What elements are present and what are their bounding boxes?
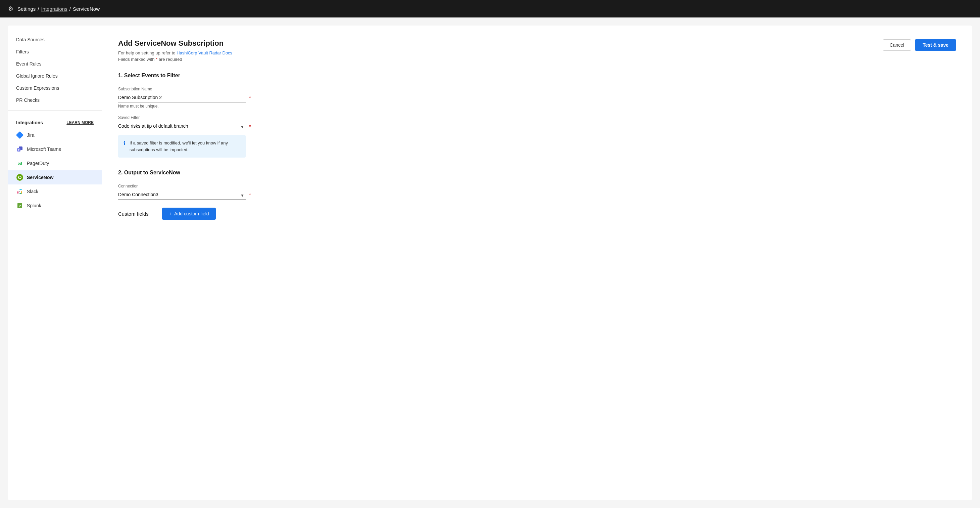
subscription-name-label: Subscription Name — [118, 87, 246, 91]
msteams-icon: T — [16, 145, 24, 153]
sidebar-item-splunk[interactable]: > Splunk — [8, 198, 102, 212]
saved-filter-label: Saved Filter — [118, 115, 246, 120]
help-link[interactable]: HashiCorp Vault Radar Docs — [177, 50, 232, 56]
add-custom-field-label: Add custom field — [174, 211, 209, 216]
name-unique-note: Name must be unique. — [118, 104, 246, 109]
breadcrumb-current: ServiceNow — [73, 6, 100, 12]
saved-filter-group: Saved Filter Code risks at tip of defaul… — [118, 115, 246, 158]
slack-icon — [16, 188, 24, 195]
sidebar-item-global-ignore-rules[interactable]: Global Ignore Rules — [8, 70, 102, 82]
sidebar-item-pr-checks[interactable]: PR Checks — [8, 94, 102, 106]
info-box: ℹ If a saved filter is modified, we'll l… — [118, 135, 246, 158]
sidebar-item-servicenow[interactable]: ServiceNow — [8, 170, 102, 184]
main-wrapper: Data Sources Filters Event Rules Global … — [8, 26, 972, 500]
custom-fields-row: Custom fields + Add custom field — [118, 208, 956, 220]
breadcrumb: Settings / Integrations / ServiceNow — [18, 6, 100, 12]
jira-icon — [16, 131, 24, 139]
add-custom-field-button[interactable]: + Add custom field — [162, 208, 216, 220]
svg-rect-8 — [21, 191, 22, 193]
sidebar: Data Sources Filters Event Rules Global … — [8, 26, 102, 500]
saved-filter-select[interactable]: Code risks at tip of default branch — [118, 121, 246, 131]
connection-label: Connection — [118, 184, 246, 189]
page-title-block: Add ServiceNow Subscription For help on … — [118, 39, 232, 62]
sidebar-item-data-sources[interactable]: Data Sources — [8, 34, 102, 46]
sidebar-item-microsoft-teams[interactable]: T Microsoft Teams — [8, 142, 102, 156]
sidebar-item-jira[interactable]: Jira — [8, 128, 102, 142]
help-subtitle: For help on setting up refer to HashiCor… — [118, 50, 232, 56]
top-bar: ⚙ Settings / Integrations / ServiceNow — [0, 0, 980, 18]
svg-rect-10 — [19, 191, 20, 192]
sidebar-divider — [8, 110, 102, 110]
main-content: Add ServiceNow Subscription For help on … — [102, 26, 972, 500]
required-star-2: * — [249, 124, 251, 130]
section1-title: 1. Select Events to Filter — [118, 73, 956, 78]
required-note: Fields marked with * are required — [118, 57, 232, 62]
section-select-events: 1. Select Events to Filter Subscription … — [118, 73, 956, 158]
sidebar-item-slack[interactable]: Slack — [8, 184, 102, 198]
servicenow-icon — [16, 174, 24, 181]
info-icon: ℹ — [124, 140, 126, 147]
splunk-icon: > — [16, 202, 24, 209]
integrations-section-title: Integrations — [16, 120, 43, 125]
settings-icon: ⚙ — [8, 5, 13, 13]
connection-select[interactable]: Demo Connection3 — [118, 190, 246, 200]
page-title: Add ServiceNow Subscription — [118, 39, 232, 48]
pagerduty-icon: pd — [16, 160, 24, 167]
cancel-button[interactable]: Cancel — [883, 39, 912, 51]
header-actions: Cancel Test & save — [883, 39, 956, 51]
subscription-name-input[interactable] — [118, 93, 246, 102]
breadcrumb-sep1: / — [38, 6, 39, 12]
page-header: Add ServiceNow Subscription For help on … — [118, 39, 956, 62]
integrations-section-header: Integrations LEARN MORE — [8, 115, 102, 128]
sidebar-item-filters[interactable]: Filters — [8, 46, 102, 58]
connection-group: Connection Demo Connection3 ▼ * — [118, 184, 246, 200]
section-output-servicenow: 2. Output to ServiceNow Connection Demo … — [118, 170, 956, 220]
breadcrumb-integrations[interactable]: Integrations — [41, 6, 67, 12]
plus-icon: + — [169, 211, 172, 216]
required-star-3: * — [249, 193, 251, 198]
section2-title: 2. Output to ServiceNow — [118, 170, 956, 176]
breadcrumb-sep2: / — [70, 6, 71, 12]
breadcrumb-settings: Settings — [18, 6, 36, 12]
sidebar-nav-items: Data Sources Filters Event Rules Global … — [8, 34, 102, 106]
svg-rect-6 — [19, 189, 22, 190]
required-star-1: * — [249, 96, 251, 101]
subscription-name-group: Subscription Name * Name must be unique. — [118, 87, 246, 109]
sidebar-item-event-rules[interactable]: Event Rules — [8, 58, 102, 70]
svg-text:T: T — [18, 149, 20, 151]
sidebar-item-custom-expressions[interactable]: Custom Expressions — [8, 82, 102, 94]
learn-more-link[interactable]: LEARN MORE — [67, 120, 94, 125]
test-save-button[interactable]: Test & save — [915, 39, 956, 51]
info-text: If a saved filter is modified, we'll let… — [130, 140, 240, 153]
sidebar-item-pagerduty[interactable]: pd PagerDuty — [8, 156, 102, 170]
svg-rect-9 — [18, 193, 19, 194]
custom-fields-label: Custom fields — [118, 211, 149, 217]
svg-point-4 — [19, 176, 21, 178]
